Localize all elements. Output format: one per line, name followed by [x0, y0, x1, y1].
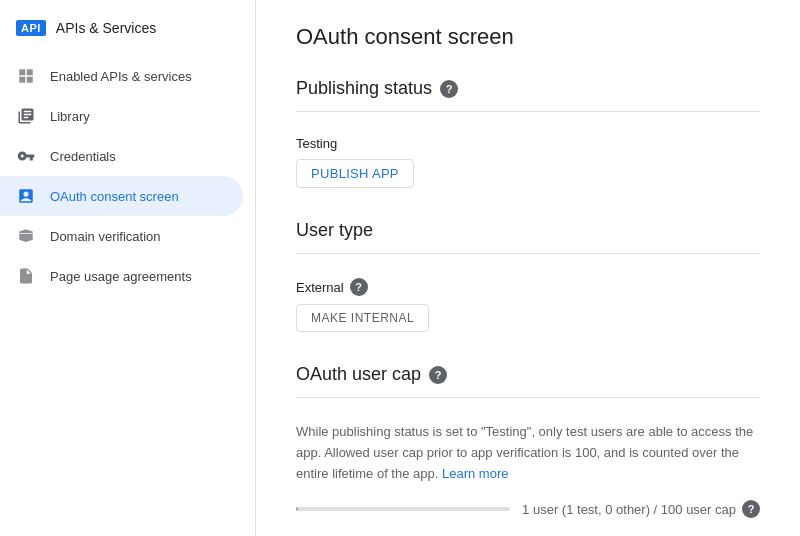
sidebar-title: APIs & Services [56, 20, 156, 36]
sidebar-item-label: Domain verification [50, 229, 161, 244]
user-type-divider [296, 253, 760, 254]
api-badge: API [16, 20, 46, 36]
user-cap-progress-bar-fill [296, 507, 298, 511]
user-cap-progress-label: 1 user (1 test, 0 other) / 100 user cap … [522, 500, 760, 518]
sidebar-item-label: Library [50, 109, 90, 124]
sidebar-item-label: OAuth consent screen [50, 189, 179, 204]
sidebar-item-page-usage[interactable]: Page usage agreements [0, 256, 243, 296]
domain-icon [16, 226, 36, 246]
publish-app-button[interactable]: PUBLISH APP [296, 159, 414, 188]
oauth-icon [16, 186, 36, 206]
user-type-title: User type [296, 220, 760, 241]
oauth-user-cap-divider [296, 397, 760, 398]
main-content: OAuth consent screen Publishing status ?… [256, 0, 800, 536]
sidebar-nav: Enabled APIs & services Library Credenti… [0, 52, 255, 300]
sidebar-item-label: Credentials [50, 149, 116, 164]
learn-more-link[interactable]: Learn more [442, 466, 508, 481]
sidebar-item-credentials[interactable]: Credentials [0, 136, 243, 176]
page-icon [16, 266, 36, 286]
sidebar-item-library[interactable]: Library [0, 96, 243, 136]
user-cap-progress-section: 1 user (1 test, 0 other) / 100 user cap … [296, 500, 760, 518]
sidebar-item-domain-verification[interactable]: Domain verification [0, 216, 243, 256]
sidebar: API APIs & Services Enabled APIs & servi… [0, 0, 256, 536]
sidebar-item-enabled-apis[interactable]: Enabled APIs & services [0, 56, 243, 96]
page-title: OAuth consent screen [296, 24, 760, 50]
oauth-user-cap-section: OAuth user cap ? While publishing status… [296, 364, 760, 518]
oauth-user-cap-description: While publishing status is set to "Testi… [296, 422, 760, 484]
publishing-status-section: Publishing status ? Testing PUBLISH APP [296, 78, 760, 188]
grid-icon [16, 66, 36, 86]
oauth-user-cap-help-icon[interactable]: ? [429, 366, 447, 384]
sidebar-item-label: Enabled APIs & services [50, 69, 192, 84]
publishing-status-divider [296, 111, 760, 112]
key-icon [16, 146, 36, 166]
make-internal-button[interactable]: MAKE INTERNAL [296, 304, 429, 332]
user-cap-progress-help-icon[interactable]: ? [742, 500, 760, 518]
sidebar-item-oauth-consent[interactable]: OAuth consent screen [0, 176, 243, 216]
sidebar-header: API APIs & Services [0, 8, 255, 52]
publishing-status-label: Testing [296, 136, 760, 151]
publishing-status-help-icon[interactable]: ? [440, 80, 458, 98]
user-type-section: User type External ? MAKE INTERNAL [296, 220, 760, 332]
sidebar-item-label: Page usage agreements [50, 269, 192, 284]
user-type-help-icon[interactable]: ? [350, 278, 368, 296]
publishing-status-title: Publishing status ? [296, 78, 760, 99]
user-type-label: External ? [296, 278, 760, 296]
oauth-user-cap-title: OAuth user cap ? [296, 364, 760, 385]
user-cap-progress-bar-container [296, 507, 510, 511]
library-icon [16, 106, 36, 126]
